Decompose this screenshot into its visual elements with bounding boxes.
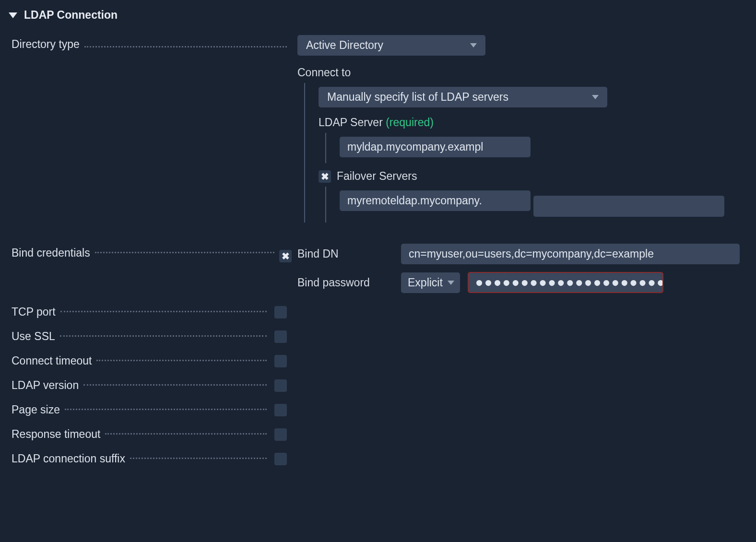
dotted-divider: [84, 46, 287, 47]
dotted-divider: [60, 311, 267, 312]
option-label: LDAP version: [12, 379, 79, 392]
failover-remove-button[interactable]: ✖: [319, 170, 331, 183]
directory-type-value: Active Directory: [306, 39, 383, 52]
dotted-divider: [105, 433, 267, 435]
directory-type-dropdown[interactable]: Active Directory: [297, 35, 485, 56]
bind-credentials-clear-button[interactable]: ✖: [279, 250, 292, 262]
chevron-down-icon: [470, 43, 477, 47]
ldap-server-label: LDAP Server: [319, 116, 383, 129]
option-row-tcp-port: TCP port: [0, 306, 287, 318]
option-toggle[interactable]: [274, 428, 287, 441]
option-row-response-timeout: Response timeout: [0, 428, 287, 441]
chevron-down-icon: [592, 95, 599, 99]
connect-to-value: Manually specify list of LDAP servers: [327, 91, 508, 104]
option-row-ldap-version: LDAP version: [0, 379, 287, 392]
dotted-divider: [60, 335, 267, 337]
option-row-ldap-suffix: LDAP connection suffix: [0, 452, 287, 465]
option-toggle[interactable]: [274, 330, 287, 343]
option-row-page-size: Page size: [0, 403, 287, 416]
bind-dn-label: Bind DN: [297, 247, 393, 260]
bind-password-input[interactable]: ●●●●●●●●●●●●●●●●●●●●●: [468, 272, 663, 293]
option-toggle[interactable]: [274, 355, 287, 367]
directory-type-label: Directory type: [12, 38, 80, 51]
bind-credentials-label: Bind credentials: [12, 247, 90, 259]
connect-to-label: Connect to: [297, 56, 746, 83]
ldap-server-input[interactable]: myldap.mycompany.exampl: [340, 137, 531, 157]
failover-server-input-1[interactable]: [533, 196, 724, 217]
option-label: LDAP connection suffix: [12, 452, 125, 465]
close-icon: ✖: [321, 172, 329, 181]
bind-password-mode-dropdown[interactable]: Explicit: [401, 272, 460, 293]
dotted-divider: [83, 384, 267, 386]
failover-label: Failover Servers: [337, 170, 417, 183]
option-label: Page size: [12, 403, 60, 416]
option-toggle[interactable]: [274, 453, 287, 465]
ldap-connection-panel: LDAP Connection Directory type Active Di…: [0, 0, 756, 475]
bind-password-label: Bind password: [297, 276, 393, 289]
bind-password-mode-value: Explicit: [408, 276, 443, 289]
section-title: LDAP Connection: [24, 9, 118, 22]
required-tag: (required): [386, 116, 434, 129]
section-header[interactable]: LDAP Connection: [0, 4, 756, 33]
option-toggle[interactable]: [274, 404, 287, 416]
failover-server-input-0[interactable]: myremoteldap.mycompany.: [340, 190, 531, 211]
bind-dn-input[interactable]: cn=myuser,ou=users,dc=mycompany,dc=examp…: [401, 244, 740, 264]
option-label: Connect timeout: [12, 354, 92, 367]
collapse-icon: [9, 12, 17, 18]
option-label: Use SSL: [12, 330, 55, 343]
dotted-divider: [96, 360, 267, 361]
option-row-use-ssl: Use SSL: [0, 330, 287, 343]
connect-to-dropdown[interactable]: Manually specify list of LDAP servers: [319, 87, 607, 107]
chevron-down-icon: [448, 281, 454, 285]
option-row-connect-timeout: Connect timeout: [0, 354, 287, 367]
dotted-divider: [65, 409, 267, 410]
option-toggle[interactable]: [274, 379, 287, 392]
option-toggle[interactable]: [274, 306, 287, 318]
option-label: TCP port: [12, 306, 56, 318]
close-icon: ✖: [282, 251, 290, 261]
option-label: Response timeout: [12, 428, 100, 441]
dotted-divider: [130, 458, 267, 459]
dotted-divider: [95, 252, 274, 253]
